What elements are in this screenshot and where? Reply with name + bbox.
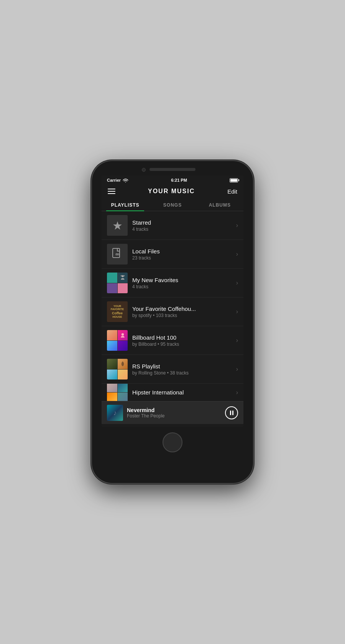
starred-info: Starred 4 tracks <box>132 219 233 232</box>
favorites-info: My New Favorites 4 tracks <box>132 277 233 289</box>
favorites-grid <box>107 273 128 293</box>
playlist-item-coffeehouse[interactable]: YOURFAVORITECoffeeHOUSE Your Favorite Co… <box>102 297 243 326</box>
chevron-icon: › <box>236 337 238 344</box>
rs-info: RS Playlist by Rolling Stone • 38 tracks <box>132 363 233 376</box>
home-button[interactable] <box>163 432 182 452</box>
status-time: 6:21 PM <box>171 178 187 182</box>
edit-button[interactable]: Edit <box>227 188 237 195</box>
svg-point-2 <box>122 275 123 277</box>
rs-name: RS Playlist <box>132 363 233 370</box>
status-right <box>230 178 238 182</box>
playlist-item-rs[interactable]: RS Playlist by Rolling Stone • 38 tracks… <box>102 355 243 384</box>
coffeehouse-thumb: YOURFAVORITECoffeeHOUSE <box>107 301 128 322</box>
chevron-icon: › <box>236 308 238 315</box>
rs-grid <box>107 359 128 380</box>
phone-screen: Carrier 6:21 PM <box>102 176 243 427</box>
phone-frame: Carrier 6:21 PM <box>92 161 253 483</box>
now-playing-artist: Foster The People <box>127 413 221 419</box>
playlist-item-billboard[interactable]: Billboard Hot 100 by Billboard • 95 trac… <box>102 326 243 355</box>
starred-name: Starred <box>132 219 233 226</box>
tab-playlists[interactable]: PLAYLISTS <box>102 199 149 211</box>
hipster-grid <box>107 384 128 401</box>
chevron-icon: › <box>236 366 238 373</box>
tab-albums[interactable]: ALBUMS <box>196 199 243 211</box>
playlist-item-favorites[interactable]: My New Favorites 4 tracks › <box>102 269 243 297</box>
coffeehouse-info: Your Favorite Coffehou... by spotify • 1… <box>132 306 233 318</box>
tab-songs[interactable]: SONGS <box>149 199 196 211</box>
svg-point-5 <box>122 333 124 335</box>
tab-bar: PLAYLISTS SONGS ALBUMS <box>102 199 243 211</box>
now-playing-bar[interactable]: ♪ Nevermind Foster The People <box>102 401 243 424</box>
local-name: Local Files <box>132 248 233 255</box>
page-title: YOUR MUSIC <box>148 188 195 195</box>
chevron-icon: › <box>236 279 238 286</box>
rs-thumb <box>107 359 128 380</box>
chevron-icon: › <box>236 389 238 396</box>
hipster-info: Hipster International <box>132 389 233 396</box>
coffeehouse-name: Your Favorite Coffehou... <box>132 306 233 312</box>
playlist-item-starred[interactable]: ★ Starred 4 tracks › <box>102 211 243 240</box>
app-header: YOUR MUSIC Edit <box>102 185 243 195</box>
battery-fill <box>230 179 237 182</box>
favorites-thumb <box>107 273 128 293</box>
billboard-meta: by Billboard • 95 tracks <box>132 342 233 347</box>
favorites-name: My New Favorites <box>132 277 233 283</box>
star-icon: ★ <box>112 219 123 232</box>
status-left: Carrier <box>107 178 128 182</box>
carrier-label: Carrier <box>107 178 121 182</box>
playlist-list: ★ Starred 4 tracks › <box>102 211 243 401</box>
favorites-meta: 4 tracks <box>132 284 233 289</box>
rs-meta: by Rolling Stone • 38 tracks <box>132 370 233 376</box>
hamburger-button[interactable] <box>108 189 115 194</box>
battery-icon <box>230 178 238 182</box>
playlist-item-hipster[interactable]: Hipster International › <box>102 384 243 401</box>
local-info: Local Files 23 tracks <box>132 248 233 261</box>
phone-speaker <box>150 168 196 171</box>
coffeehouse-meta: by spotify • 103 tracks <box>132 313 233 318</box>
now-playing-info: Nevermind Foster The People <box>127 407 221 419</box>
playlist-item-local[interactable]: Local Files 23 tracks › <box>102 240 243 269</box>
starred-thumb: ★ <box>107 215 128 236</box>
starred-meta: 4 tracks <box>132 227 233 232</box>
local-meta: 23 tracks <box>132 255 233 261</box>
billboard-grid <box>107 330 128 351</box>
local-thumb <box>107 244 128 264</box>
status-bar: Carrier 6:21 PM <box>102 176 243 185</box>
hipster-name: Hipster International <box>132 389 233 396</box>
hipster-thumb <box>107 384 128 401</box>
phone-camera <box>142 168 146 172</box>
file-music-icon <box>112 248 123 260</box>
billboard-info: Billboard Hot 100 by Billboard • 95 trac… <box>132 334 233 347</box>
svg-rect-0 <box>113 248 120 258</box>
now-playing-title: Nevermind <box>127 407 221 413</box>
svg-point-4 <box>120 275 122 277</box>
billboard-name: Billboard Hot 100 <box>132 334 233 341</box>
now-playing-thumb: ♪ <box>107 405 123 421</box>
chevron-icon: › <box>236 251 238 258</box>
wifi-icon <box>123 178 128 182</box>
chevron-icon: › <box>236 222 238 229</box>
billboard-thumb <box>107 330 128 351</box>
svg-point-3 <box>123 275 125 277</box>
pause-button[interactable] <box>225 406 238 419</box>
